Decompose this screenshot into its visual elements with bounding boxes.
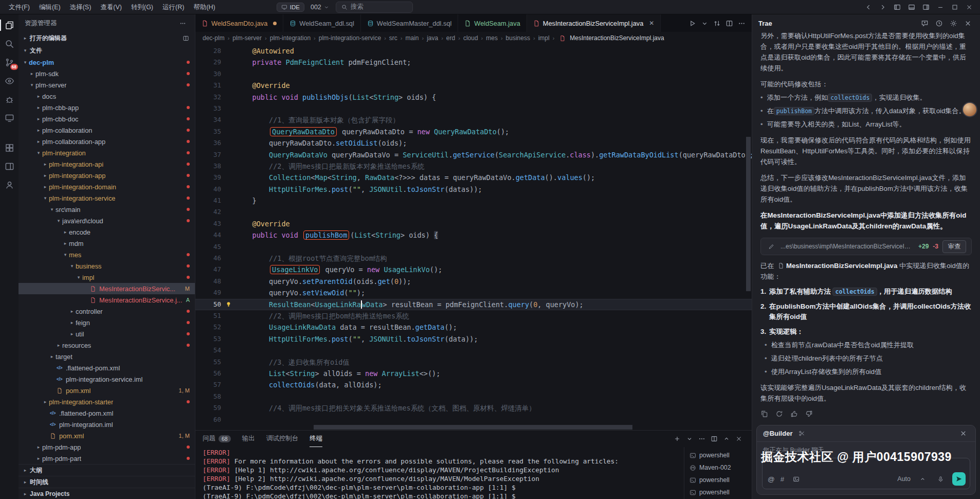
menu-item-3[interactable]: 查看(V): [96, 2, 126, 13]
menu-item-0[interactable]: 文件(F): [4, 2, 34, 13]
hash-icon[interactable]: #: [781, 475, 785, 483]
code-editor[interactable]: 28 @Autowired29 private PdmFeignClient p…: [195, 44, 752, 430]
terminal-session-1[interactable]: Maven-002: [684, 461, 752, 474]
menu-item-1[interactable]: 编辑(E): [34, 2, 65, 13]
editor-tab-0[interactable]: WeldSeamDto.java: [195, 14, 283, 32]
new-terminal-icon[interactable]: [672, 433, 683, 444]
panel-tab-2[interactable]: 调试控制台: [266, 431, 299, 447]
tree-row[interactable]: </>.flattened-pom.xml: [19, 407, 195, 419]
run-button[interactable]: [686, 14, 698, 32]
editor-tab-4[interactable]: MesInteractionBizServiceImpl.java✕: [527, 14, 661, 32]
regenerate-icon[interactable]: [775, 410, 783, 418]
breadcrumb-item[interactable]: erd: [446, 34, 455, 42]
more-actions-icon[interactable]: [735, 14, 748, 32]
account-icon[interactable]: [0, 176, 19, 193]
tree-row[interactable]: ▸plm-sdk: [19, 68, 195, 79]
builder-close-icon[interactable]: [957, 427, 969, 440]
menu-item-6[interactable]: 帮助(H): [189, 2, 220, 13]
tree-row[interactable]: ▾business: [19, 260, 195, 272]
tree-row[interactable]: pom.xml1, M: [19, 430, 195, 441]
sidebar-section-36[interactable]: ▸大纲: [19, 464, 195, 476]
history-icon[interactable]: [933, 17, 945, 29]
tree-row[interactable]: MesInteractionBizServic...M: [19, 283, 195, 294]
panel-tab-1[interactable]: 输出: [242, 431, 255, 447]
files-section-header[interactable]: ▾ 文件: [19, 44, 195, 57]
copy-icon[interactable]: [760, 410, 768, 418]
nav-forward-icon[interactable]: [876, 2, 890, 13]
tree-row[interactable]: ▸controller: [19, 306, 195, 317]
tree-row[interactable]: ▾impl: [19, 272, 195, 283]
run-dropdown-icon[interactable]: [698, 14, 711, 32]
close-window-icon[interactable]: [963, 2, 976, 13]
mention-icon[interactable]: @: [768, 475, 775, 483]
split-terminal-icon[interactable]: [709, 433, 720, 444]
tree-row[interactable]: ▸plm-cbb-doc: [19, 113, 195, 124]
tree-row[interactable]: pom.xml1, M: [19, 385, 195, 396]
model-mode-label[interactable]: Auto: [897, 475, 911, 483]
explorer-more-icon[interactable]: [176, 17, 189, 29]
menu-item-2[interactable]: 选择(S): [65, 2, 96, 13]
editor-vertical-scrollbar[interactable]: [746, 137, 751, 291]
layout-icon[interactable]: [0, 157, 19, 175]
breadcrumb-item[interactable]: plm-server: [232, 34, 262, 42]
terminal-session-3[interactable]: powershell: [684, 486, 752, 498]
tree-row[interactable]: ▸feign: [19, 317, 195, 328]
tree-row[interactable]: ▾src\main: [19, 204, 195, 215]
breadcrumb-item[interactable]: main: [405, 34, 419, 42]
lightbulb-icon[interactable]: [221, 299, 235, 310]
panel-more-icon[interactable]: [696, 433, 707, 444]
tree-row[interactable]: ▸plm-pdm-app: [19, 441, 195, 453]
tree-row[interactable]: ▸util: [19, 328, 195, 340]
search-icon[interactable]: [0, 35, 19, 52]
sidebar-section-37[interactable]: ▸时间线: [19, 476, 195, 488]
tree-row[interactable]: ▸plm-integration-starter: [19, 396, 195, 407]
breadcrumb-item[interactable]: MesInteractionBizServiceImpl.java: [557, 34, 664, 42]
tree-row[interactable]: MesInteractionBizService.j...A: [19, 294, 195, 306]
breadcrumb-item[interactable]: java: [427, 34, 438, 42]
send-button[interactable]: [952, 472, 966, 486]
editor-tab-3[interactable]: WeldSeam.java: [458, 14, 527, 32]
close-panel-icon[interactable]: [961, 17, 974, 29]
breadcrumb-item[interactable]: cloud: [463, 34, 478, 42]
compare-changes-icon[interactable]: [711, 14, 723, 32]
breadcrumb-item[interactable]: mes: [486, 34, 498, 42]
terminal-dropdown-icon[interactable]: [684, 433, 695, 444]
mode-chevron-icon[interactable]: [916, 473, 929, 485]
thumbs-up-icon[interactable]: [790, 410, 798, 418]
breadcrumb-item[interactable]: plm-integration-service: [319, 34, 381, 42]
tree-row[interactable]: ▾plm-server: [19, 79, 195, 91]
preview-icon[interactable]: [0, 72, 19, 90]
tab-close-icon[interactable]: ✕: [649, 20, 654, 27]
menu-item-5[interactable]: 运行(R): [158, 2, 189, 13]
minimize-icon[interactable]: [934, 2, 947, 13]
tree-row[interactable]: ▾mes: [19, 249, 195, 260]
editor-horizontal-scrollbar[interactable]: [314, 425, 632, 430]
terminal-session-0[interactable]: powershell: [684, 449, 752, 461]
terminal-session-2[interactable]: powershell: [684, 474, 752, 486]
editor-tab-1[interactable]: WeldSeam_ddl.sql: [283, 14, 360, 32]
debug-icon[interactable]: [0, 91, 19, 108]
tree-row[interactable]: ▸encode: [19, 226, 195, 238]
panel-tab-3[interactable]: 终端: [310, 431, 322, 447]
builder-context-icon[interactable]: [795, 427, 808, 440]
tree-row[interactable]: </>plm-integration.iml: [19, 419, 195, 430]
tree-row[interactable]: ▸plm-cbb-app: [19, 102, 195, 113]
editor-tab-2[interactable]: WeldSeamMaster_ddl.sql: [361, 14, 459, 32]
open-editors-header[interactable]: ▸ 打开的编辑器: [19, 32, 195, 44]
tree-row[interactable]: ▸plm-collaboration: [19, 124, 195, 136]
breadcrumb-item[interactable]: src: [389, 34, 397, 42]
close-panel-icon[interactable]: [733, 433, 745, 444]
maximize-panel-icon[interactable]: [721, 433, 732, 444]
split-editor-icon[interactable]: [723, 14, 735, 32]
tree-row[interactable]: ▸plm-collaboration-app: [19, 136, 195, 147]
menu-item-4[interactable]: 转到(G): [126, 2, 158, 13]
image-icon[interactable]: [790, 473, 802, 485]
tree-row[interactable]: ▸plm-integration-api: [19, 158, 195, 170]
extensions-icon[interactable]: [0, 139, 19, 156]
remote-icon[interactable]: [0, 109, 19, 127]
tree-row[interactable]: ▾dec-plm: [19, 57, 195, 68]
nav-back-icon[interactable]: [862, 2, 875, 13]
tree-row[interactable]: ▾java\erd\cloud: [19, 215, 195, 226]
tree-row[interactable]: ▸plm-pdm-part: [19, 453, 195, 464]
split-editors-icon[interactable]: [179, 32, 192, 44]
